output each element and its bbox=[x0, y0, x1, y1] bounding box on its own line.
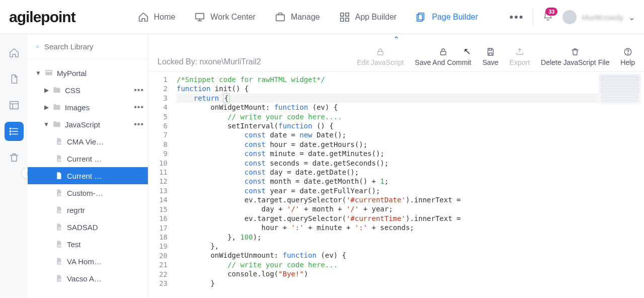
tree-file[interactable]: JSSADSAD bbox=[28, 218, 148, 236]
rail-document-button[interactable] bbox=[5, 69, 24, 89]
rail-list-button[interactable] bbox=[5, 122, 24, 141]
nav-item-manage[interactable]: Manage bbox=[268, 8, 327, 27]
lock-open-icon bbox=[439, 47, 448, 56]
svg-point-27 bbox=[627, 53, 628, 54]
tree-toggle-icon[interactable]: ▼ bbox=[42, 121, 51, 128]
tree-item-icon: JS bbox=[54, 154, 64, 164]
svg-rect-8 bbox=[10, 102, 18, 109]
tree-item-label: CMA Vie… bbox=[67, 137, 104, 146]
svg-rect-13 bbox=[45, 70, 52, 76]
tree-file[interactable]: JSVA Hom… bbox=[28, 253, 148, 270]
line-gutter: 1234567891011121314151617181920212223 bbox=[148, 72, 173, 298]
library-search[interactable] bbox=[28, 34, 148, 59]
nav-label: Home bbox=[154, 13, 176, 22]
notifications-button[interactable]: 33 bbox=[542, 11, 553, 24]
nav-label: Manage bbox=[291, 13, 320, 22]
tree-item-icon: JS bbox=[54, 239, 64, 249]
nav-label: App Builder bbox=[355, 13, 397, 22]
toolbar-action-label: Delete JavaScript File bbox=[541, 58, 609, 66]
tree-toggle-icon[interactable]: ▶ bbox=[42, 87, 51, 94]
user-menu[interactable]: MurliKrowdy ⌄ bbox=[562, 10, 635, 24]
toolbar-export-button: Export bbox=[510, 47, 530, 66]
toolbar-help-button[interactable]: Help bbox=[620, 47, 635, 66]
workspace: › ▼MyPortal▶CSS•••▶Images•••▼JavaScript•… bbox=[0, 34, 644, 298]
pages-icon bbox=[416, 12, 427, 23]
minimap[interactable] bbox=[599, 74, 641, 104]
tree-item-icon: JS bbox=[54, 273, 64, 283]
svg-text:JS: JS bbox=[58, 141, 61, 144]
tree-item-icon: JS bbox=[54, 188, 64, 198]
brand-logo[interactable]: agilepoint bbox=[9, 9, 75, 26]
tree-file[interactable]: JSTest bbox=[28, 236, 148, 253]
svg-text:JS: JS bbox=[58, 159, 61, 162]
toolbar-action-label: Save And Commit bbox=[415, 58, 471, 66]
tree-folder-css[interactable]: ▶CSS••• bbox=[28, 82, 148, 99]
library-tree: ▼MyPortal▶CSS•••▶Images•••▼JavaScript•••… bbox=[28, 59, 148, 298]
tree-file[interactable]: JSCurrent … bbox=[28, 167, 148, 184]
tree-toggle-icon[interactable]: ▶ bbox=[42, 104, 51, 111]
briefcase-icon bbox=[275, 12, 286, 23]
trash-icon bbox=[571, 47, 580, 56]
svg-point-12 bbox=[36, 45, 38, 47]
notifications-badge: 33 bbox=[545, 8, 557, 16]
svg-text:JS: JS bbox=[58, 278, 61, 281]
tree-item-icon: JS bbox=[54, 205, 64, 215]
nav-label: Page Builder bbox=[432, 13, 478, 22]
tree-file[interactable]: JSCMA Vie… bbox=[28, 133, 148, 150]
svg-rect-14 bbox=[46, 71, 52, 72]
svg-point-11 bbox=[10, 133, 11, 134]
tree-item-label: Custom-… bbox=[67, 189, 103, 197]
toolbar-action-label: Save bbox=[482, 58, 499, 66]
svg-text:JS: JS bbox=[58, 244, 61, 247]
tree-item-label: JavaScript bbox=[65, 120, 100, 129]
toolbar-action-label: Edit JavaScript bbox=[357, 58, 404, 66]
code-content[interactable]: /*Snippet code for rawHTML widget*/funct… bbox=[173, 72, 644, 298]
tree-file[interactable]: JSCurrent … bbox=[28, 150, 148, 167]
monitor-icon bbox=[194, 12, 205, 23]
left-rail: › bbox=[0, 34, 28, 298]
rail-home-button[interactable] bbox=[5, 43, 24, 62]
svg-rect-2 bbox=[340, 13, 343, 16]
nav-item-app-builder[interactable]: App Builder bbox=[332, 8, 404, 27]
search-input[interactable] bbox=[44, 42, 140, 51]
nav-item-home[interactable]: Home bbox=[131, 8, 183, 27]
divider bbox=[533, 9, 533, 26]
code-editor[interactable]: 1234567891011121314151617181920212223 /*… bbox=[148, 72, 644, 298]
library-panel: ▼MyPortal▶CSS•••▶Images•••▼JavaScript•••… bbox=[28, 34, 148, 298]
export-icon bbox=[515, 47, 524, 56]
tree-item-label: Current … bbox=[67, 172, 102, 180]
tree-file[interactable]: JSCustom-… bbox=[28, 184, 148, 201]
tree-toggle-icon[interactable]: ▼ bbox=[34, 69, 43, 77]
collapse-header-button[interactable]: ⌃ bbox=[148, 34, 644, 44]
tree-item-more[interactable]: ••• bbox=[134, 86, 144, 95]
toolbar-save-commit-button[interactable]: Save And Commit bbox=[415, 47, 471, 66]
rail-layout-button[interactable] bbox=[5, 96, 24, 115]
tree-item-icon bbox=[44, 68, 54, 78]
tree-item-more[interactable]: ••• bbox=[134, 120, 144, 129]
nav-item-page-builder[interactable]: Page Builder bbox=[409, 8, 485, 27]
tree-folder-images[interactable]: ▶Images••• bbox=[28, 99, 148, 116]
tree-item-label: Test bbox=[67, 240, 81, 249]
save-icon bbox=[486, 47, 495, 56]
tree-file[interactable]: JSregrtr bbox=[28, 201, 148, 218]
more-menu[interactable]: ••• bbox=[509, 11, 524, 24]
svg-point-9 bbox=[10, 128, 11, 129]
tree-item-more[interactable]: ••• bbox=[134, 103, 144, 112]
lock-icon bbox=[376, 47, 385, 56]
svg-text:JS: JS bbox=[58, 261, 61, 264]
tree-item-icon bbox=[52, 102, 62, 112]
tree-folder-javascript[interactable]: ▼JavaScript••• bbox=[28, 116, 148, 133]
tree-root[interactable]: ▼MyPortal bbox=[28, 64, 148, 82]
tree-file[interactable]: JSVacso A… bbox=[28, 270, 148, 287]
toolbar-save-button[interactable]: Save bbox=[482, 47, 499, 66]
svg-point-10 bbox=[10, 131, 11, 132]
svg-text:JS: JS bbox=[58, 193, 61, 196]
svg-rect-24 bbox=[378, 51, 383, 55]
editor-area: ⌃ Locked By: nxone\MurliTrail2 ↖ Edit Ja… bbox=[148, 34, 644, 298]
topbar: agilepoint HomeWork CenterManageApp Buil… bbox=[0, 0, 644, 34]
toolbar-delete-button[interactable]: Delete JavaScript File bbox=[541, 47, 609, 66]
tree-item-label: Images bbox=[65, 103, 90, 112]
nav-item-work-center[interactable]: Work Center bbox=[187, 8, 263, 27]
username: MurliKrowdy bbox=[582, 13, 623, 22]
rail-trash-button[interactable] bbox=[5, 148, 24, 167]
